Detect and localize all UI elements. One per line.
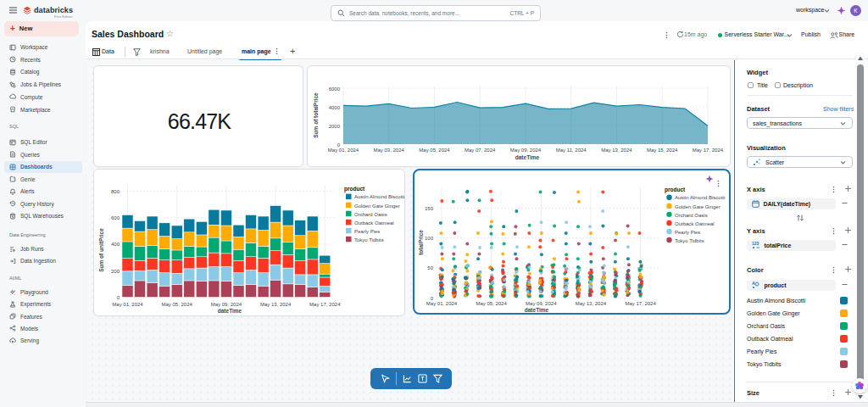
svg-text:100: 100 — [425, 236, 434, 241]
svg-text:May 07, 2024: May 07, 2024 — [465, 148, 496, 153]
svg-text:4000: 4000 — [329, 105, 341, 110]
svg-text:dateTime: dateTime — [218, 308, 242, 314]
svg-text:product: product — [665, 187, 686, 193]
svg-text:Sum of unitPrice: Sum of unitPrice — [98, 228, 104, 272]
svg-text:May 05, 2024: May 05, 2024 — [476, 301, 507, 306]
svg-text:May 17, 2024: May 17, 2024 — [309, 302, 341, 307]
svg-text:Golden Gate Ginger: Golden Gate Ginger — [675, 204, 721, 209]
svg-text:800: 800 — [111, 189, 120, 194]
svg-text:May 03, 2024: May 03, 2024 — [374, 148, 405, 153]
svg-text:totalPrice: totalPrice — [418, 230, 424, 255]
svg-text:600: 600 — [111, 215, 120, 220]
svg-text:May 09, 2024: May 09, 2024 — [510, 148, 542, 153]
svg-text:May 01, 2024: May 01, 2024 — [328, 148, 359, 153]
svg-text:Golden Gate Ginger: Golden Gate Ginger — [354, 204, 400, 209]
svg-text:Outback Oatmeal: Outback Oatmeal — [354, 220, 394, 226]
svg-text:May 11, 2024: May 11, 2024 — [556, 148, 587, 153]
svg-text:Sum of totalPrice: Sum of totalPrice — [313, 92, 319, 138]
svg-text:A: A — [752, 281, 755, 286]
svg-text:6000: 6000 — [329, 86, 341, 92]
svg-text:May 15, 2024: May 15, 2024 — [647, 148, 678, 153]
svg-text:2000: 2000 — [329, 124, 341, 129]
svg-text:Orchard Oasis: Orchard Oasis — [675, 213, 708, 218]
svg-text:dateTime: dateTime — [515, 154, 540, 160]
svg-text:May 05, 2024: May 05, 2024 — [419, 148, 450, 153]
svg-text:Pearly Pies: Pearly Pies — [675, 230, 700, 235]
svg-text:123: 123 — [752, 241, 760, 246]
svg-text:May 13, 2024: May 13, 2024 — [601, 148, 632, 153]
svg-text:Pearly Pies: Pearly Pies — [354, 229, 380, 234]
svg-text:May 01, 2024: May 01, 2024 — [426, 301, 458, 306]
svg-text:dateTime: dateTime — [525, 307, 549, 313]
svg-text:Austin Almond Biscotti: Austin Almond Biscotti — [675, 195, 725, 200]
svg-text:Tokyo Tidbits: Tokyo Tidbits — [675, 238, 704, 243]
svg-text:May 09, 2024: May 09, 2024 — [526, 301, 557, 306]
svg-text:Orchard Oasis: Orchard Oasis — [354, 212, 387, 217]
svg-text:Tokyo Tidbits: Tokyo Tidbits — [354, 237, 384, 243]
svg-text:May 13, 2024: May 13, 2024 — [260, 302, 292, 307]
svg-text:0: 0 — [117, 295, 120, 300]
svg-text:May 13, 2024: May 13, 2024 — [576, 301, 607, 306]
svg-text:Outback Oatmeal: Outback Oatmeal — [675, 221, 715, 226]
svg-text:400: 400 — [111, 242, 120, 247]
svg-text:May 05, 2024: May 05, 2024 — [162, 302, 193, 307]
svg-text:150: 150 — [425, 206, 434, 211]
svg-text:May 01, 2024: May 01, 2024 — [112, 302, 143, 307]
svg-text:Austin Almond Biscotti: Austin Almond Biscotti — [354, 194, 404, 199]
svg-text:50: 50 — [427, 265, 433, 270]
svg-text:May 09, 2024: May 09, 2024 — [211, 302, 242, 307]
svg-text:200: 200 — [111, 269, 120, 274]
svg-text:product: product — [344, 186, 365, 192]
svg-text:May 17, 2024: May 17, 2024 — [625, 301, 656, 306]
svg-text:May 17, 2024: May 17, 2024 — [693, 148, 724, 153]
